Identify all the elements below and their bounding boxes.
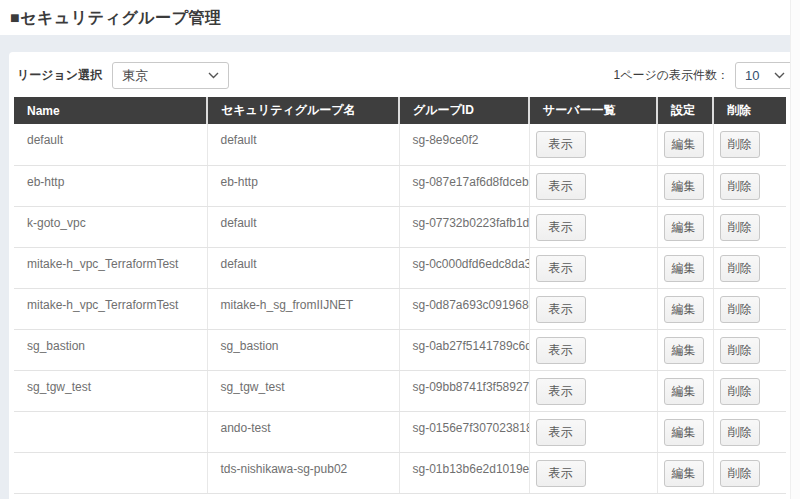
cell-group-name: default xyxy=(207,124,399,165)
delete-button[interactable]: 削除 xyxy=(720,378,760,405)
show-servers-button[interactable]: 表示 xyxy=(536,131,586,158)
page-content: リージョン選択 東京 1ページの表示件数： 10 xyxy=(0,35,800,499)
region-select-group: リージョン選択 東京 xyxy=(17,62,229,89)
show-servers-button[interactable]: 表示 xyxy=(536,214,586,241)
show-servers-button[interactable]: 表示 xyxy=(536,173,586,200)
cell-delete: 削除 xyxy=(713,165,786,206)
cell-server-list: 表示 xyxy=(529,370,657,411)
cell-settings: 編集 xyxy=(657,329,713,370)
table-header-row: Name セキュリティグループ名 グループID サーバー一覧 設定 削除 xyxy=(14,97,786,124)
edit-button[interactable]: 編集 xyxy=(664,460,704,487)
edit-button[interactable]: 編集 xyxy=(664,378,704,405)
table-row: ando-test sg-0156e7f307023818c 表示 編集 削除 xyxy=(14,411,786,452)
show-servers-button[interactable]: 表示 xyxy=(536,296,586,323)
table-body: default default sg-8e9ce0f2 表示 編集 削除 eb-… xyxy=(14,124,786,493)
cell-delete: 削除 xyxy=(713,329,786,370)
table-row: sg_tgw_test sg_tgw_test sg-09bb8741f3f58… xyxy=(14,370,786,411)
edit-button[interactable]: 編集 xyxy=(664,337,704,364)
delete-button[interactable]: 削除 xyxy=(720,337,760,364)
cell-name: sg_tgw_test xyxy=(14,370,207,411)
cell-group-name: sg_bastion xyxy=(207,329,399,370)
column-header-server-list: サーバー一覧 xyxy=(529,97,657,124)
cell-settings: 編集 xyxy=(657,247,713,288)
cell-name: mitake-h_vpc_TerraformTest xyxy=(14,288,207,329)
cell-settings: 編集 xyxy=(657,452,713,493)
security-group-panel: リージョン選択 東京 1ページの表示件数： 10 xyxy=(9,52,796,499)
cell-settings: 編集 xyxy=(657,370,713,411)
column-header-name: Name xyxy=(14,97,207,124)
cell-group-name: default xyxy=(207,247,399,288)
vertical-scrollbar[interactable] xyxy=(790,0,800,499)
cell-server-list: 表示 xyxy=(529,329,657,370)
table-row: k-goto_vpc default sg-07732b0223fafb1df … xyxy=(14,206,786,247)
cell-name xyxy=(14,452,207,493)
column-header-delete: 削除 xyxy=(713,97,786,124)
column-header-group-id: グループID xyxy=(399,97,529,124)
column-header-group-name: セキュリティグループ名 xyxy=(207,97,399,124)
cell-server-list: 表示 xyxy=(529,452,657,493)
table-row: tds-nishikawa-sg-pub02 sg-01b13b6e2d1019… xyxy=(14,452,786,493)
delete-button[interactable]: 削除 xyxy=(720,460,760,487)
region-select-label: リージョン選択 xyxy=(17,67,102,84)
cell-settings: 編集 xyxy=(657,206,713,247)
cell-group-name: eb-http xyxy=(207,165,399,206)
chevron-down-icon xyxy=(774,72,785,79)
show-servers-button[interactable]: 表示 xyxy=(536,460,586,487)
page-title: ■セキュリティグループ管理 xyxy=(10,8,800,29)
show-servers-button[interactable]: 表示 xyxy=(536,378,586,405)
region-select[interactable]: 東京 xyxy=(112,62,229,89)
page-size-label: 1ページの表示件数： xyxy=(613,67,729,84)
cell-name: mitake-h_vpc_TerraformTest xyxy=(14,247,207,288)
delete-button[interactable]: 削除 xyxy=(720,419,760,446)
show-servers-button[interactable]: 表示 xyxy=(536,419,586,446)
cell-group-id: sg-01b13b6e2d1019e5d xyxy=(399,452,529,493)
cell-server-list: 表示 xyxy=(529,206,657,247)
cell-server-list: 表示 xyxy=(529,124,657,165)
cell-settings: 編集 xyxy=(657,411,713,452)
page-size-select[interactable]: 10 xyxy=(735,62,795,89)
cell-settings: 編集 xyxy=(657,124,713,165)
table-row: default default sg-8e9ce0f2 表示 編集 削除 xyxy=(14,124,786,165)
page-size-value: 10 xyxy=(745,68,759,83)
cell-settings: 編集 xyxy=(657,288,713,329)
region-select-value: 東京 xyxy=(122,67,148,85)
cell-name: default xyxy=(14,124,207,165)
delete-button[interactable]: 削除 xyxy=(720,131,760,158)
table-row: mitake-h_vpc_TerraformTest mitake-h_sg_f… xyxy=(14,288,786,329)
cell-group-id: sg-0156e7f307023818c xyxy=(399,411,529,452)
edit-button[interactable]: 編集 xyxy=(664,214,704,241)
table-row: sg_bastion sg_bastion sg-0ab27f5141789c6… xyxy=(14,329,786,370)
cell-group-id: sg-07732b0223fafb1df xyxy=(399,206,529,247)
cell-delete: 削除 xyxy=(713,206,786,247)
cell-delete: 削除 xyxy=(713,124,786,165)
cell-group-id: sg-09bb8741f3f589273 xyxy=(399,370,529,411)
column-header-settings: 設定 xyxy=(657,97,713,124)
cell-server-list: 表示 xyxy=(529,247,657,288)
show-servers-button[interactable]: 表示 xyxy=(536,255,586,282)
security-group-table: Name セキュリティグループ名 グループID サーバー一覧 設定 削除 def… xyxy=(14,97,786,494)
edit-button[interactable]: 編集 xyxy=(664,419,704,446)
table-row: eb-http eb-http sg-087e17af6d8fdceb2 表示 … xyxy=(14,165,786,206)
cell-server-list: 表示 xyxy=(529,165,657,206)
delete-button[interactable]: 削除 xyxy=(720,255,760,282)
cell-group-id: sg-8e9ce0f2 xyxy=(399,124,529,165)
cell-name: sg_bastion xyxy=(14,329,207,370)
delete-button[interactable]: 削除 xyxy=(720,296,760,323)
edit-button[interactable]: 編集 xyxy=(664,296,704,323)
edit-button[interactable]: 編集 xyxy=(664,255,704,282)
cell-delete: 削除 xyxy=(713,411,786,452)
cell-server-list: 表示 xyxy=(529,411,657,452)
delete-button[interactable]: 削除 xyxy=(720,214,760,241)
title-bar: ■セキュリティグループ管理 xyxy=(0,0,800,35)
cell-group-id: sg-0d87a693c091968c8 xyxy=(399,288,529,329)
cell-group-id: sg-0ab27f5141789c6d9 xyxy=(399,329,529,370)
cell-settings: 編集 xyxy=(657,165,713,206)
edit-button[interactable]: 編集 xyxy=(664,131,704,158)
cell-server-list: 表示 xyxy=(529,288,657,329)
cell-name: eb-http xyxy=(14,165,207,206)
show-servers-button[interactable]: 表示 xyxy=(536,337,586,364)
delete-button[interactable]: 削除 xyxy=(720,173,760,200)
cell-group-id: sg-087e17af6d8fdceb2 xyxy=(399,165,529,206)
cell-delete: 削除 xyxy=(713,288,786,329)
edit-button[interactable]: 編集 xyxy=(664,173,704,200)
